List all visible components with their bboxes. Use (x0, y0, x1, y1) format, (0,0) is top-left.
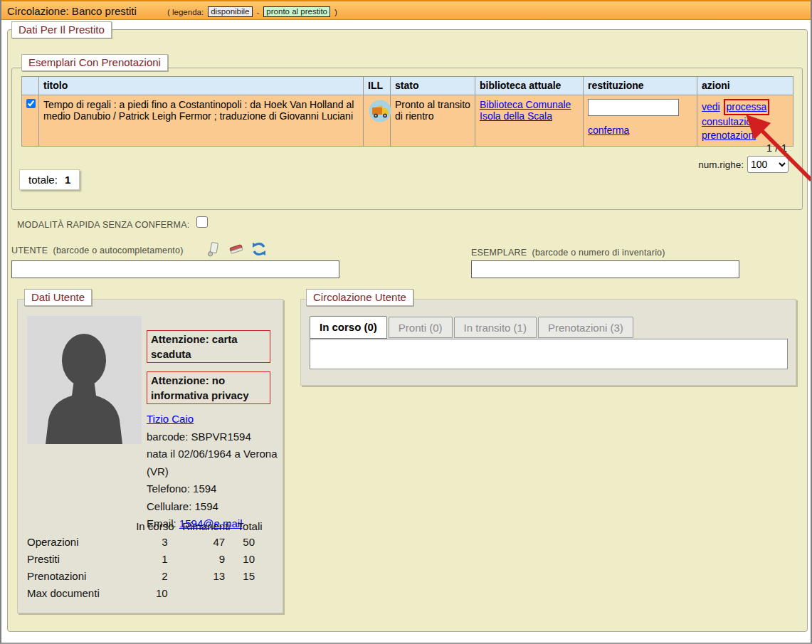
esemplari-legend: Esemplari Con Prenotazioni (21, 54, 168, 71)
dati-utente-panel: Attenzione: carta scaduta Attenzione: no… (17, 299, 283, 613)
col-header-restituzione: restituzione (584, 77, 697, 95)
user-birth: nata il 02/06/1964 a Verona (VR) (147, 445, 279, 480)
legend-badge-pronto-al-prestito: pronto al prestito (263, 6, 330, 17)
refresh-icon[interactable] (251, 241, 268, 258)
tab-in-transito[interactable]: In transito (1) (454, 317, 537, 338)
cell-azioni: vedi processa consultazione prenotazioni (697, 95, 793, 147)
num-righe-label: num.righe: (698, 159, 744, 170)
col-header-titolo: titolo (39, 77, 364, 95)
truck-icon (368, 99, 392, 123)
esemplare-input[interactable] (471, 260, 739, 278)
tab-content-area (310, 339, 788, 369)
user-info: Tizio Caio barcode: SBPVR1594 nata il 02… (147, 411, 279, 533)
esemplare-label: ESEMPLARE (barcode o numero di inventari… (471, 248, 665, 258)
stats-header-row: In corso Rimanenti Totali (27, 519, 265, 534)
stats-row-max-documenti: Max documenti 10 (27, 585, 265, 602)
utente-tools (205, 241, 268, 258)
cell-ill (364, 95, 391, 147)
processa-highlight-box: processa (724, 99, 770, 115)
biblioteca-link[interactable]: Biblioteca Comunale Isola della Scala (480, 99, 571, 122)
user-stats-table: In corso Rimanenti Totali Operazioni 3 4… (27, 519, 265, 602)
cell-stato: Pronto al transito di rientro (391, 95, 475, 147)
vedi-link[interactable]: vedi (702, 101, 720, 112)
cell-restituzione: conferma (584, 95, 697, 147)
tab-prenotazioni[interactable]: Prenotazioni (3) (538, 317, 633, 338)
user-phone: Telefono: 1594 (147, 480, 279, 498)
col-header-ill: ILL (364, 77, 391, 95)
processa-link[interactable]: processa (727, 101, 767, 112)
totale-label: totale: (28, 174, 58, 186)
tab-pronti[interactable]: Pronti (0) (389, 317, 453, 338)
legend-suffix: ) (334, 8, 337, 16)
utente-label-text: UTENTE (11, 246, 48, 255)
stats-header-rimanenti: Rimanenti (178, 519, 236, 534)
warning-no-privacy: Attenzione: no informativa privacy (147, 371, 270, 404)
utente-label: UTENTE (barcode o autocompletamento) (11, 246, 184, 255)
prenotazioni-link[interactable]: prenotazioni (702, 130, 756, 141)
dati-per-il-prestito-legend: Dati Per Il Prestito (11, 21, 112, 38)
col-header-stato: stato (391, 77, 475, 95)
user-barcode: barcode: SBPVR1594 (147, 428, 279, 446)
stats-header-in-corso: In corso (132, 519, 178, 534)
totale-value: 1 (65, 174, 70, 186)
circolazione-utente-panel: In corso (0) Pronti (0) In transito (1) … (300, 299, 796, 386)
title-bar: Circolazione: Banco prestiti ( legenda: … (1, 0, 811, 20)
table-header-row: titolo ILL stato biblioteca attuale rest… (22, 77, 793, 95)
conferma-link[interactable]: conferma (588, 125, 629, 136)
esemplari-table: titolo ILL stato biblioteca attuale rest… (21, 76, 793, 147)
num-righe-select[interactable]: 100 (747, 156, 789, 173)
totale-box: totale:1 (19, 169, 80, 190)
person-silhouette-icon (27, 316, 142, 444)
quick-mode-label: MODALITÀ RAPIDA SENZA CONFERMA: (17, 220, 189, 230)
col-header-biblioteca: biblioteca attuale (475, 77, 584, 95)
scroll-icon[interactable] (205, 241, 222, 258)
user-name-link[interactable]: Tizio Caio (147, 413, 194, 425)
table-row: Tempo di regali : a piedi fino a Costant… (22, 95, 793, 147)
stats-header-totali: Totali (235, 519, 265, 534)
status-legend: ( legenda: disponibile - pronto al prest… (167, 6, 337, 17)
restituzione-input[interactable] (588, 99, 679, 116)
num-righe-control: num.righe: 100 (698, 156, 789, 173)
eraser-icon[interactable] (228, 241, 245, 258)
application-window: Circolazione: Banco prestiti ( legenda: … (0, 0, 812, 644)
cell-titolo: Tempo di regali : a piedi fino a Costant… (39, 95, 364, 147)
page-indicator: 1 / 1 (766, 142, 787, 154)
user-mobile: Cellulare: 1594 (147, 498, 279, 516)
user-photo (27, 316, 142, 444)
stats-row-prenotazioni: Prenotazioni 2 13 15 (27, 568, 265, 585)
esemplare-label-text: ESEMPLARE (471, 248, 527, 258)
legend-badge-disponibile: disponibile (208, 6, 252, 17)
circolazione-tabs: In corso (0) Pronti (0) In transito (1) … (310, 316, 635, 338)
dati-utente-legend: Dati Utente (24, 289, 92, 306)
legend-prefix: ( legenda: (167, 8, 204, 16)
row-checkbox[interactable] (26, 99, 36, 108)
page-title: Circolazione: Banco prestiti (7, 5, 137, 17)
utente-hint: (barcode o autocompletamento) (53, 246, 184, 255)
col-header-checkbox (22, 77, 39, 95)
esemplare-hint: (barcode o numero di inventario) (532, 248, 665, 258)
consultazione-link[interactable]: consultazione (702, 116, 763, 127)
circolazione-utente-legend: Circolazione Utente (306, 289, 413, 306)
tab-in-corso[interactable]: In corso (0) (310, 316, 387, 339)
quick-mode-checkbox[interactable] (196, 216, 208, 228)
cell-biblioteca: Biblioteca Comunale Isola della Scala (475, 95, 584, 147)
utente-input[interactable] (11, 260, 339, 278)
stats-row-operazioni: Operazioni 3 47 50 (27, 534, 265, 551)
warning-carta-scaduta: Attenzione: carta scaduta (147, 330, 270, 363)
col-header-azioni: azioni (697, 77, 793, 95)
stats-row-prestiti: Prestiti 1 9 10 (27, 551, 265, 568)
legend-separator: - (257, 8, 260, 16)
